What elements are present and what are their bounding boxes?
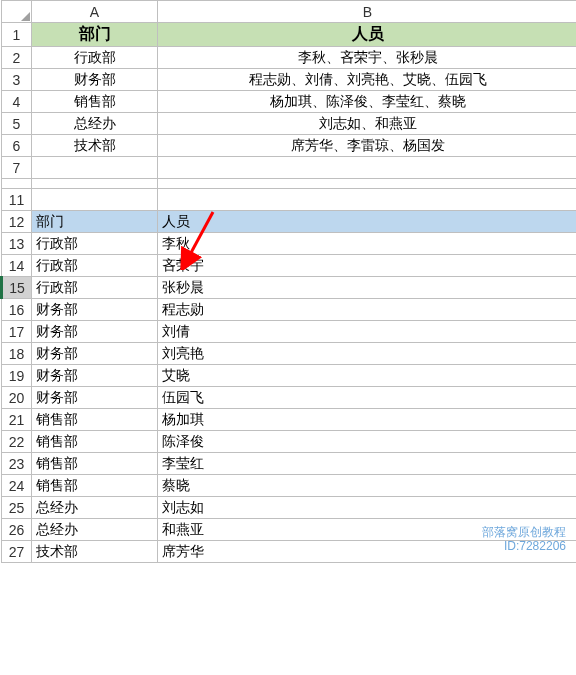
cell-A6[interactable]: 技术部	[32, 135, 158, 157]
column-header-row: A B	[2, 1, 577, 23]
cell-B11[interactable]	[158, 189, 577, 211]
cell-B19[interactable]: 艾晓	[158, 365, 577, 387]
row-16: 16财务部程志勋	[2, 299, 577, 321]
row-4: 4 销售部 杨加琪、陈泽俊、李莹红、蔡晓	[2, 91, 577, 113]
row-17: 17财务部刘倩	[2, 321, 577, 343]
cell-B6[interactable]: 席芳华、李雷琼、杨国发	[158, 135, 577, 157]
cell-A16[interactable]: 财务部	[32, 299, 158, 321]
row-12: 12 部门 人员	[2, 211, 577, 233]
cell-A2[interactable]: 行政部	[32, 47, 158, 69]
row-13: 13行政部李秋	[2, 233, 577, 255]
cell-B5[interactable]: 刘志如、和燕亚	[158, 113, 577, 135]
cell-A27[interactable]: 技术部	[32, 541, 158, 563]
cell-A7[interactable]	[32, 157, 158, 179]
cell-A22[interactable]: 销售部	[32, 431, 158, 453]
cell-B2[interactable]: 李秋、吝荣宇、张秒晨	[158, 47, 577, 69]
cell-A20[interactable]: 财务部	[32, 387, 158, 409]
cell-B25[interactable]: 刘志如	[158, 497, 577, 519]
row-head-23[interactable]: 23	[2, 453, 32, 475]
subheader-person[interactable]: 人员	[158, 211, 577, 233]
row-23: 23销售部李莹红	[2, 453, 577, 475]
row-head-5[interactable]: 5	[2, 113, 32, 135]
row-18: 18财务部刘亮艳	[2, 343, 577, 365]
row-head-13[interactable]: 13	[2, 233, 32, 255]
row-25: 25总经办刘志如	[2, 497, 577, 519]
col-header-A[interactable]: A	[32, 1, 158, 23]
cell-A3[interactable]: 财务部	[32, 69, 158, 91]
cell-A4[interactable]: 销售部	[32, 91, 158, 113]
row-head-12[interactable]: 12	[2, 211, 32, 233]
row-head-17[interactable]: 17	[2, 321, 32, 343]
hidden-rows-gap	[2, 179, 577, 189]
row-head-15[interactable]: 15	[2, 277, 32, 299]
row-19: 19财务部艾晓	[2, 365, 577, 387]
row-head-18[interactable]: 18	[2, 343, 32, 365]
row-5: 5 总经办 刘志如、和燕亚	[2, 113, 577, 135]
row-head-25[interactable]: 25	[2, 497, 32, 519]
row-head-3[interactable]: 3	[2, 69, 32, 91]
cell-B14[interactable]: 吝荣宇	[158, 255, 577, 277]
row-22: 22销售部陈泽俊	[2, 431, 577, 453]
row-head-14[interactable]: 14	[2, 255, 32, 277]
cell-B22[interactable]: 陈泽俊	[158, 431, 577, 453]
row-26: 26总经办和燕亚	[2, 519, 577, 541]
row-6: 6 技术部 席芳华、李雷琼、杨国发	[2, 135, 577, 157]
row-head-26[interactable]: 26	[2, 519, 32, 541]
cell-B7[interactable]	[158, 157, 577, 179]
header-person[interactable]: 人员	[158, 23, 577, 47]
row-24: 24销售部蔡晓	[2, 475, 577, 497]
cell-A18[interactable]: 财务部	[32, 343, 158, 365]
row-head-6[interactable]: 6	[2, 135, 32, 157]
cell-A19[interactable]: 财务部	[32, 365, 158, 387]
cell-A23[interactable]: 销售部	[32, 453, 158, 475]
row-head-21[interactable]: 21	[2, 409, 32, 431]
cell-B17[interactable]: 刘倩	[158, 321, 577, 343]
row-head-4[interactable]: 4	[2, 91, 32, 113]
cell-B20[interactable]: 伍园飞	[158, 387, 577, 409]
cell-A14[interactable]: 行政部	[32, 255, 158, 277]
cell-B4[interactable]: 杨加琪、陈泽俊、李莹红、蔡晓	[158, 91, 577, 113]
cell-A26[interactable]: 总经办	[32, 519, 158, 541]
cell-A11[interactable]	[32, 189, 158, 211]
row-head-11[interactable]: 11	[2, 189, 32, 211]
row-head-16[interactable]: 16	[2, 299, 32, 321]
cell-B18[interactable]: 刘亮艳	[158, 343, 577, 365]
cell-B13[interactable]: 李秋	[158, 233, 577, 255]
cell-B23[interactable]: 李莹红	[158, 453, 577, 475]
row-head-1[interactable]: 1	[2, 23, 32, 47]
cell-A13[interactable]: 行政部	[32, 233, 158, 255]
cell-A25[interactable]: 总经办	[32, 497, 158, 519]
row-20: 20财务部伍园飞	[2, 387, 577, 409]
select-all-corner[interactable]	[2, 1, 32, 23]
cell-B21[interactable]: 杨加琪	[158, 409, 577, 431]
row-head-22[interactable]: 22	[2, 431, 32, 453]
row-1: 1 部门 人员	[2, 23, 577, 47]
row-15: 15行政部张秒晨	[2, 277, 577, 299]
row-head-27[interactable]: 27	[2, 541, 32, 563]
row-11: 11	[2, 189, 577, 211]
row-head-24[interactable]: 24	[2, 475, 32, 497]
cell-B15[interactable]: 张秒晨	[158, 277, 577, 299]
row-3: 3 财务部 程志勋、刘倩、刘亮艳、艾晓、伍园飞	[2, 69, 577, 91]
cell-A5[interactable]: 总经办	[32, 113, 158, 135]
row-head-2[interactable]: 2	[2, 47, 32, 69]
cell-B3[interactable]: 程志勋、刘倩、刘亮艳、艾晓、伍园飞	[158, 69, 577, 91]
col-header-B[interactable]: B	[158, 1, 577, 23]
cell-A21[interactable]: 销售部	[32, 409, 158, 431]
cell-B24[interactable]: 蔡晓	[158, 475, 577, 497]
row-21: 21销售部杨加琪	[2, 409, 577, 431]
cell-B27[interactable]: 席芳华	[158, 541, 577, 563]
cell-A17[interactable]: 财务部	[32, 321, 158, 343]
row-14: 14行政部吝荣宇	[2, 255, 577, 277]
cell-A24[interactable]: 销售部	[32, 475, 158, 497]
cell-B16[interactable]: 程志勋	[158, 299, 577, 321]
row-27: 27技术部席芳华	[2, 541, 577, 563]
row-2: 2 行政部 李秋、吝荣宇、张秒晨	[2, 47, 577, 69]
subheader-dept[interactable]: 部门	[32, 211, 158, 233]
row-head-7[interactable]: 7	[2, 157, 32, 179]
cell-A15[interactable]: 行政部	[32, 277, 158, 299]
row-head-19[interactable]: 19	[2, 365, 32, 387]
row-head-20[interactable]: 20	[2, 387, 32, 409]
header-dept[interactable]: 部门	[32, 23, 158, 47]
cell-B26[interactable]: 和燕亚	[158, 519, 577, 541]
